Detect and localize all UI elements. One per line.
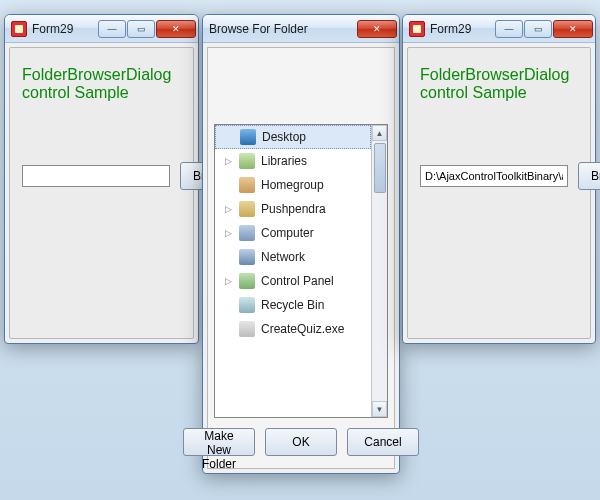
client-area: FolderBrowserDialog control Sample Brows… [9, 47, 194, 339]
window-title: Form29 [32, 22, 97, 36]
tree-node[interactable]: ▷Libraries [215, 149, 371, 173]
browse-folder-dialog: Browse For Folder ✕ Desktop▷LibrariesHom… [202, 14, 400, 474]
close-button[interactable]: ✕ [357, 20, 397, 38]
page-heading: FolderBrowserDialog control Sample [420, 66, 578, 102]
expander-icon[interactable]: ▷ [223, 276, 233, 286]
folder-tree[interactable]: Desktop▷LibrariesHomegroup▷Pushpendra▷Co… [215, 125, 371, 417]
expander-icon[interactable]: ▷ [223, 228, 233, 238]
libraries-icon [239, 153, 255, 169]
window-title: Browse For Folder [209, 22, 356, 36]
tree-node[interactable]: CreateQuiz.exe [215, 317, 371, 341]
homegroup-icon [239, 177, 255, 193]
tree-node-label: Desktop [262, 130, 306, 144]
titlebar[interactable]: Browse For Folder ✕ [203, 15, 399, 43]
browse-button[interactable]: Browse [578, 162, 600, 190]
dialog-button-row: Make New Folder OK Cancel [214, 418, 388, 462]
form29-window-left: Form29 — ▭ ✕ FolderBrowserDialog control… [4, 14, 199, 344]
tree-node-label: Homegroup [261, 178, 324, 192]
folder-tree-host: Desktop▷LibrariesHomegroup▷Pushpendra▷Co… [214, 124, 388, 418]
vertical-scrollbar[interactable]: ▲ ▼ [371, 125, 387, 417]
client-area: Desktop▷LibrariesHomegroup▷Pushpendra▷Co… [207, 47, 395, 469]
desktop-icon [240, 129, 256, 145]
scroll-thumb[interactable] [374, 143, 386, 193]
path-input[interactable] [420, 165, 568, 187]
recycle-icon [239, 297, 255, 313]
tree-node-label: Control Panel [261, 274, 334, 288]
close-button[interactable]: ✕ [156, 20, 196, 38]
cpanel-icon [239, 273, 255, 289]
expander-icon[interactable]: ▷ [223, 204, 233, 214]
tree-node[interactable]: Desktop [215, 125, 371, 149]
tree-node[interactable]: ▷Pushpendra [215, 197, 371, 221]
tree-node-label: Computer [261, 226, 314, 240]
maximize-button[interactable]: ▭ [127, 20, 155, 38]
computer-icon [239, 225, 255, 241]
page-heading: FolderBrowserDialog control Sample [22, 66, 181, 102]
tree-node[interactable]: Network [215, 245, 371, 269]
tree-node[interactable]: ▷Control Panel [215, 269, 371, 293]
scroll-down-arrow[interactable]: ▼ [372, 401, 387, 417]
tree-node-label: Network [261, 250, 305, 264]
window-title: Form29 [430, 22, 494, 36]
titlebar[interactable]: Form29 — ▭ ✕ [5, 15, 198, 43]
ok-button[interactable]: OK [265, 428, 337, 456]
titlebar[interactable]: Form29 — ▭ ✕ [403, 15, 595, 43]
tree-node-label: Libraries [261, 154, 307, 168]
tree-node-label: Recycle Bin [261, 298, 324, 312]
path-input[interactable] [22, 165, 170, 187]
maximize-button[interactable]: ▭ [524, 20, 552, 38]
user-icon [239, 201, 255, 217]
tree-node-label: Pushpendra [261, 202, 326, 216]
tree-node-label: CreateQuiz.exe [261, 322, 344, 336]
tree-node[interactable]: Recycle Bin [215, 293, 371, 317]
client-area: FolderBrowserDialog control Sample Brows… [407, 47, 591, 339]
tree-node[interactable]: ▷Computer [215, 221, 371, 245]
expander-icon[interactable]: ▷ [223, 156, 233, 166]
app-icon [409, 21, 425, 37]
tree-node[interactable]: Homegroup [215, 173, 371, 197]
cancel-button[interactable]: Cancel [347, 428, 419, 456]
form29-window-right: Form29 — ▭ ✕ FolderBrowserDialog control… [402, 14, 596, 344]
scroll-up-arrow[interactable]: ▲ [372, 125, 387, 141]
minimize-button[interactable]: — [495, 20, 523, 38]
minimize-button[interactable]: — [98, 20, 126, 38]
network-icon [239, 249, 255, 265]
exe-icon [239, 321, 255, 337]
app-icon [11, 21, 27, 37]
make-new-folder-button[interactable]: Make New Folder [183, 428, 255, 456]
close-button[interactable]: ✕ [553, 20, 593, 38]
